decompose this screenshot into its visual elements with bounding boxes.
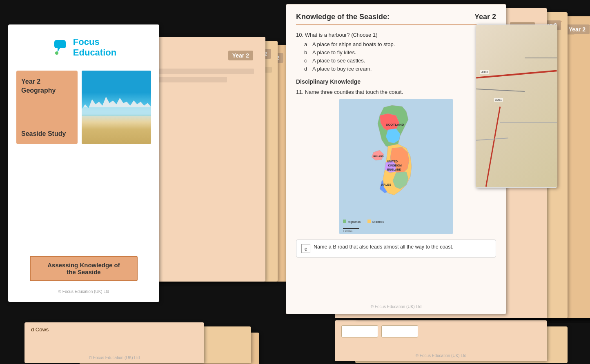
bottom-right-copyright: © Focus Education (UK) Ltd: [416, 353, 467, 358]
question-10: 10. What is a harbour? (Choose 1) a A pl…: [296, 32, 496, 72]
answer-d: d A place to buy ice cream.: [304, 66, 496, 72]
svg-text:SCOTLAND: SCOTLAND: [386, 123, 404, 127]
assessing-button[interactable]: Assessing Knowledge of the Seaside: [30, 256, 138, 281]
focus-logo-icon: [51, 38, 69, 56]
year-badge: Year 2: [565, 24, 590, 34]
question-11: 11. Name three counties that touch the c…: [296, 89, 496, 234]
uk-map-svg: Highlands Midlands 0 200km SCOTLAND UNIT…: [339, 99, 453, 234]
svg-text:WALES: WALES: [381, 183, 391, 186]
bottom-copyright-1: © Focus Education (UK) Ltd: [89, 355, 140, 360]
uk-map: Highlands Midlands 0 200km SCOTLAND UNIT…: [339, 99, 453, 234]
page-title: Knowledge of the Seaside:: [296, 13, 390, 21]
seaside-photo: [82, 71, 151, 144]
page-header: Knowledge of the Seaside: Year 2: [296, 13, 496, 25]
bottom-page-1: d Cows © Focus Education (UK) Ltd: [24, 322, 204, 363]
cover-title-box: Year 2 Geography Seaside Study: [16, 71, 78, 144]
svg-text:0      200km: 0 200km: [343, 230, 352, 232]
b-road-letter: c: [301, 244, 310, 253]
cover-topic: Seaside Study: [21, 130, 73, 138]
svg-text:ENGLAND: ENGLAND: [387, 168, 401, 171]
cover-copyright: © Focus Education (UK) Ltd: [58, 289, 109, 294]
main-right-page: Knowledge of the Seaside: Year 2 10. Wha…: [286, 4, 506, 314]
cover-mid: Year 2 Geography Seaside Study: [16, 71, 151, 144]
page-year: Year 2: [474, 13, 496, 21]
b-road-text: Name a B road that also leads almost all…: [314, 244, 454, 250]
disciplinary-header: Disciplinary Knowledge: [296, 78, 496, 85]
cows-option: d Cows: [31, 326, 198, 333]
answer-b: b A place to fly kites.: [304, 49, 496, 55]
q10-text: 10. What is a harbour? (Choose 1): [296, 32, 496, 38]
answer-c: c A place to see castles.: [304, 58, 496, 64]
svg-text:IRELAND: IRELAND: [373, 155, 384, 158]
year-badge: Year 2: [228, 51, 253, 60]
svg-point-13: [55, 51, 58, 55]
svg-text:KINGDOM: KINGDOM: [388, 164, 402, 167]
map-overlay-page: A303 A361: [476, 24, 557, 188]
b-road-answer-box: c Name a B road that also leads almost a…: [296, 240, 496, 257]
svg-rect-1: [343, 220, 346, 223]
bottom-right-1: © Focus Education (UK) Ltd: [335, 320, 547, 361]
page-copyright: © Focus Education (UK) Ltd: [371, 304, 422, 309]
subject-line2: Geography: [21, 86, 73, 95]
focus-logo: Focus Education: [51, 37, 116, 58]
answer-a: a A place for ships and boats to stop.: [304, 41, 496, 47]
q11-text: 11. Name three counties that touch the c…: [296, 89, 496, 95]
svg-text:Highlands: Highlands: [348, 220, 361, 224]
logo-text: Focus Education: [73, 37, 116, 58]
svg-text:Midlands: Midlands: [372, 220, 384, 223]
subject-line1: Year 2: [21, 77, 73, 86]
cover-card: Focus Education Year 2 Geography Seaside…: [8, 24, 159, 302]
svg-rect-5: [343, 228, 359, 229]
svg-rect-3: [367, 220, 371, 223]
cover-photo: [82, 71, 151, 144]
svg-text:UNITED: UNITED: [387, 160, 398, 163]
